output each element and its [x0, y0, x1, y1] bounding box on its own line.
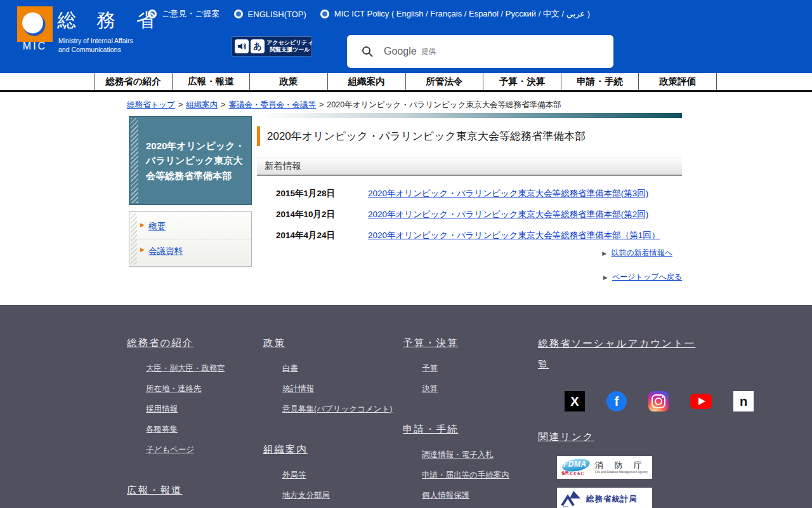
older-news-link[interactable]: 以前の新着情報へ [611, 248, 672, 257]
back-to-top-link[interactable]: ページトップへ戻る [612, 272, 682, 281]
footer-header-social[interactable]: 総務省ソーシャルアカウント一覧 [538, 338, 695, 370]
nav-item-laws[interactable]: 所管法令 [406, 73, 484, 90]
statistics-bureau-banner[interactable]: 総務省統計局 [557, 488, 652, 508]
sidebar-item-overview[interactable]: ▶ 概要 [129, 215, 251, 239]
sidebar-item-materials[interactable]: ▶ 会議資料 [129, 239, 251, 264]
page-title: 2020年オリンピック・パラリンピック東京大会等総務省準備本部 [257, 126, 682, 146]
news-row: 2014年4月24日 2020年オリンピック・パラリンピック東京大会等総務省準備… [257, 225, 682, 246]
breadcrumb-organization[interactable]: 組織案内 [186, 100, 218, 109]
footer-link[interactable]: 白書 [282, 358, 392, 378]
footer-header-procedures[interactable]: 申請・手続 [403, 419, 509, 439]
note-icon[interactable]: n [733, 391, 754, 411]
circle-icon [320, 10, 329, 18]
footer-column-3: 予算・決算 予算 決算 申請・手続 調達情報・電子入札 申請・届出等の手続案内 … [403, 333, 509, 508]
footer-column-2: 政策 白書 統計情報 意見募集(パブリックコメント) 組織案内 外局等 地方支分… [263, 333, 392, 508]
footer-header-about[interactable]: 総務省の紹介 [127, 333, 225, 353]
nav-item-procedures[interactable]: 申請・手続 [561, 73, 639, 90]
footer-link[interactable]: 調達情報・電子入札 [422, 444, 509, 465]
sidebar-menu: ▶ 概要 ▶ 会議資料 [129, 211, 252, 267]
news-date: 2014年4月24日 [257, 230, 368, 241]
triangle-bullet-icon: ▶ [140, 246, 145, 253]
circle-icon [148, 10, 157, 18]
statistics-bureau-logo-icon [561, 490, 582, 508]
footer-link[interactable]: 決算 [422, 378, 509, 399]
feedback-link[interactable]: ご意見・ご提案 [148, 8, 220, 20]
search-icon [361, 45, 374, 58]
search-provided-label: 提供 [422, 47, 436, 57]
news-row: 2015年1月28日 2020年オリンピック・パラリンピック東京大会等総務省準備… [257, 183, 682, 204]
footer-link[interactable]: 意見募集(パブリックコメント) [282, 399, 392, 419]
footer-header-policy[interactable]: 政策 [263, 333, 392, 353]
news-link-2nd-meeting[interactable]: 2020年オリンピック・パラリンピック東京大会等総務省準備本部(第2回) [368, 209, 648, 220]
nav-item-budget[interactable]: 予算・決算 [483, 73, 561, 90]
page: MIC 総 務 省 Ministry of Internal Affairs a… [0, 0, 812, 508]
site-footer: 総務省の紹介 大臣・副大臣・政務官 所在地・連絡先 採用情報 各種募集 子どもペ… [0, 305, 812, 508]
accessibility-label: アクセシビリティ 閲覧支援ツール [266, 39, 313, 54]
search-brand-label: Google [384, 46, 417, 57]
mic-logo[interactable] [17, 6, 53, 42]
site-header: MIC 総 務 省 Ministry of Internal Affairs a… [0, 0, 812, 73]
breadcrumb-councils[interactable]: 審議会・委員会・会議等 [229, 100, 317, 109]
nav-item-evaluation[interactable]: 政策評価 [639, 73, 717, 90]
site-subtitle: Ministry of Internal Affairs and Communi… [58, 36, 133, 54]
footer-header-budget[interactable]: 予算・決算 [403, 333, 509, 353]
footer-column-4: 総務省ソーシャルアカウント一覧 X f n 関連リンク [538, 333, 697, 508]
triangle-bullet-icon: ▶ [603, 274, 608, 281]
footer-link[interactable]: 申請・届出等の手続案内 [422, 465, 509, 485]
fdma-logo: FDMA 住民とともに [561, 458, 591, 476]
older-news: ▶ 以前の新着情報へ [257, 248, 672, 258]
fdma-banner[interactable]: FDMA 住民とともに 消 防 庁 Fire and Disaster Mana… [557, 456, 652, 479]
news-link-3rd-meeting[interactable]: 2020年オリンピック・パラリンピック東京大会等総務省準備本部(第3回) [368, 188, 648, 199]
accessibility-tool-button[interactable]: あ アクセシビリティ 閲覧支援ツール [232, 36, 312, 57]
instagram-icon[interactable] [648, 391, 669, 411]
global-nav: 総務省の紹介 広報・報道 政策 組織案内 所管法令 予算・決算 申請・手続 政策… [0, 73, 812, 92]
footer-link[interactable]: 審議会・委員会・会議等 [282, 505, 392, 508]
english-link[interactable]: ENGLISH(TOP) [234, 10, 306, 19]
breadcrumb-home[interactable]: 総務省トップ [127, 100, 175, 109]
footer-link[interactable]: 法令適用事前確認手続 [422, 505, 509, 508]
fdma-name: 消 防 庁 [595, 461, 648, 470]
content-gradient-bar [257, 113, 682, 118]
nav-item-about[interactable]: 総務省の紹介 [95, 73, 173, 90]
footer-link[interactable]: 大臣会見・発言等 [146, 505, 225, 508]
a-character-icon: あ [251, 39, 265, 53]
footer-link[interactable]: 子どもページ [146, 439, 225, 460]
triangle-bullet-icon: ▶ [140, 222, 145, 228]
nav-item-organization[interactable]: 組織案内 [328, 73, 406, 90]
news-list: 2015年1月28日 2020年オリンピック・パラリンピック東京大会等総務省準備… [257, 183, 682, 246]
footer-header-related-links[interactable]: 関連リンク [538, 427, 697, 447]
footer-link[interactable]: 採用情報 [146, 399, 225, 419]
footer-column-1: 総務省の紹介 大臣・副大臣・政務官 所在地・連絡先 採用情報 各種募集 子どもペ… [127, 333, 225, 508]
circle-icon [234, 10, 243, 18]
speaker-icon [235, 39, 249, 53]
back-to-top: ▶ ページトップへ戻る [257, 272, 682, 283]
news-row: 2014年10月2日 2020年オリンピック・パラリンピック東京大会等総務省準備… [257, 204, 682, 225]
footer-link[interactable]: 各種募集 [146, 419, 225, 439]
footer-link[interactable]: 個人情報保護 [422, 485, 509, 505]
nav-item-policy[interactable]: 政策 [250, 73, 328, 90]
nav-item-press[interactable]: 広報・報道 [173, 73, 251, 90]
header-links: ご意見・ご提案 ENGLISH(TOP) MIC ICT Policy ( En… [148, 8, 590, 20]
footer-header-organization[interactable]: 組織案内 [263, 439, 392, 460]
x-twitter-icon[interactable]: X [565, 391, 585, 411]
youtube-icon[interactable] [690, 394, 712, 409]
news-date: 2014年10月2日 [257, 209, 368, 220]
footer-header-press[interactable]: 広報・報道 [127, 480, 225, 500]
news-date: 2015年1月28日 [257, 188, 368, 199]
news-section-header: 新着情報 [257, 157, 682, 176]
facebook-icon[interactable]: f [606, 391, 627, 411]
footer-link[interactable]: 地方支分部局 [282, 485, 392, 505]
statistics-bureau-label: 総務省統計局 [586, 494, 638, 505]
footer-link[interactable]: 外局等 [282, 465, 392, 485]
social-icons: X f n [565, 391, 697, 411]
triangle-bullet-icon: ▶ [602, 250, 606, 257]
footer-link[interactable]: 大臣・副大臣・政務官 [146, 358, 225, 378]
footer-link[interactable]: 統計情報 [282, 378, 392, 399]
site-search-input[interactable]: Google 提供 [347, 35, 613, 68]
mic-logo-text: MIC [17, 41, 53, 52]
sidebar-title-box: 2020年オリンピック・パラリンピック東京大会等総務省準備本部 [129, 116, 252, 205]
ict-policy-link[interactable]: MIC ICT Policy ( English / Français / Es… [320, 8, 590, 20]
footer-link[interactable]: 所在地・連絡先 [146, 378, 225, 399]
footer-link[interactable]: 予算 [422, 358, 509, 378]
news-link-1st-meeting[interactable]: 2020年オリンピック・パラリンピック東京大会等総務省準備本部（第1回） [368, 230, 660, 241]
